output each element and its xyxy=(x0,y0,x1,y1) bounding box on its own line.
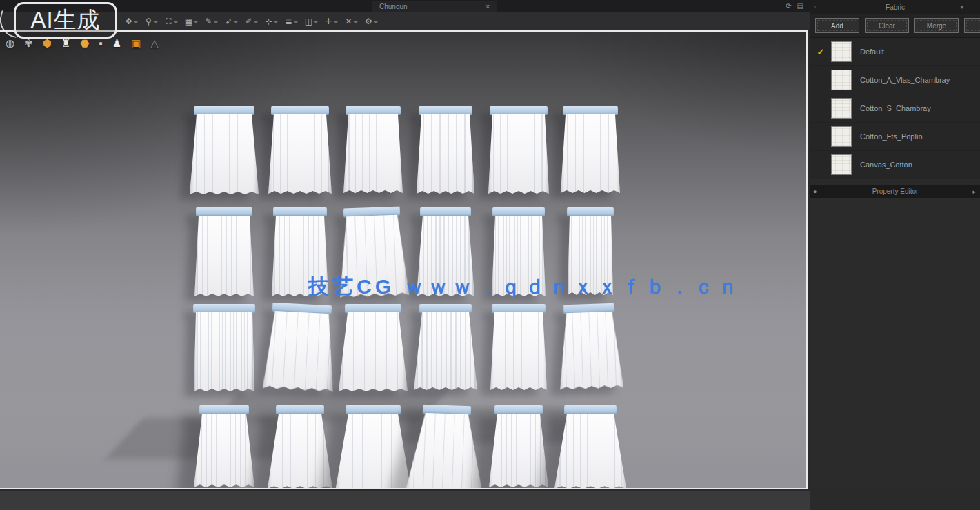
skirt-body xyxy=(559,114,622,193)
skirt-model-r3-c1[interactable] xyxy=(192,304,257,392)
fabric-swatch[interactable] xyxy=(831,70,852,90)
fold-tool-icon[interactable]: ◫ xyxy=(303,16,314,28)
document-tab[interactable]: Chunqun × xyxy=(372,1,497,12)
skirt-body xyxy=(337,312,410,391)
fabric-row[interactable]: Cotton_A_Vlas_Chambray xyxy=(810,66,980,94)
skirt-model-r1-c3[interactable] xyxy=(341,106,405,194)
settings-tool-icon[interactable]: ⚙ xyxy=(363,16,374,28)
skirt-waistband xyxy=(346,405,401,414)
avatar-icon[interactable]: ◍ xyxy=(6,37,14,50)
cut-tool-icon[interactable]: ✕ xyxy=(343,16,354,28)
skirt-body xyxy=(266,414,334,489)
pin-tool-icon[interactable]: ⚲ xyxy=(143,16,154,28)
skirt-model-r4-c2[interactable] xyxy=(266,405,334,489)
skirt-model-r3-c3[interactable] xyxy=(337,304,410,392)
skirt-model-r4-c3[interactable] xyxy=(333,405,413,489)
skirt-model-r4-c5[interactable] xyxy=(487,405,550,488)
fabric-row[interactable]: ✓Default xyxy=(810,38,980,66)
transform-tool-icon[interactable]: ✛ xyxy=(323,16,334,28)
skirt-model-r2-c1[interactable] xyxy=(192,207,256,297)
fabric-gold-icon[interactable]: ⬣ xyxy=(80,37,89,50)
skirt-body xyxy=(192,414,257,487)
fabric-swatch[interactable] xyxy=(831,98,852,119)
sync-icon[interactable]: ⟳ xyxy=(786,2,791,10)
skirt-waistband xyxy=(419,106,472,115)
skirt-body xyxy=(192,216,256,296)
property-editor-body xyxy=(810,198,980,487)
skirt-waistband xyxy=(196,207,252,216)
fabric-swatch[interactable] xyxy=(831,126,852,147)
skirt-body xyxy=(414,114,477,194)
preset-gold-icon[interactable]: ▣ xyxy=(131,37,141,50)
skirt-waistband xyxy=(345,304,401,313)
section-dot-icon: ● xyxy=(813,188,817,195)
section-expand-icon[interactable]: ▸ xyxy=(972,188,976,195)
watermark-text: 技艺CG ｗｗｗ．ｑｄｎｘｘｆｂ．ｃｎ xyxy=(308,273,741,301)
skirt-body xyxy=(341,114,405,193)
viewport-3d[interactable]: ◍✾⬢♜⬣▪♟▣△ 技艺CG ｗｗｗ．ｑｄｎｘｘｆｂ．ｃｎ xyxy=(0,30,808,489)
sub-button[interactable]: Sub xyxy=(964,18,980,33)
seam-lines-tool-icon[interactable]: ≣ xyxy=(283,16,294,28)
fabric-row[interactable]: Cotton_S_Chambray xyxy=(810,94,980,123)
fabric-list: ✓DefaultCotton_A_Vlas_ChambrayCotton_S_C… xyxy=(810,37,980,179)
trace-tool-icon[interactable]: ✐ xyxy=(243,16,254,28)
add-point-tool-icon[interactable]: ⊹ xyxy=(263,16,274,28)
skirt-body xyxy=(488,312,549,390)
load-icon[interactable]: △ xyxy=(150,37,159,50)
skirt-model-r3-c6[interactable] xyxy=(555,303,626,390)
ai-generated-badge: AI生成 xyxy=(14,2,117,39)
skirt-body xyxy=(412,312,479,390)
pattern-grid-tool-icon[interactable]: ▦ xyxy=(183,16,194,28)
fabric-name: Cotton_S_Chambray xyxy=(860,104,931,112)
fabric-panel-buttons: AddClearMergeSub xyxy=(810,14,980,37)
tab-close-icon[interactable]: × xyxy=(486,3,490,10)
skirt-body xyxy=(192,312,257,391)
panel-menu-icon[interactable]: ▾ xyxy=(960,3,963,10)
skirt-waistband xyxy=(346,106,401,115)
fabric-panel: ◦ Fabric ▾ AddClearMergeSub ✓DefaultCott… xyxy=(810,0,980,510)
sewing-tool-icon[interactable]: ➶ xyxy=(223,16,234,28)
skirt-waistband xyxy=(419,304,472,313)
figure-icon[interactable]: ♟ xyxy=(112,37,121,50)
fabric-row[interactable]: Canvas_Cotton xyxy=(810,151,980,179)
mannequin-icon[interactable]: ♜ xyxy=(61,37,70,50)
skirt-body xyxy=(188,114,261,194)
skirt-waistband xyxy=(194,106,254,115)
skirt-model-r1-c1[interactable] xyxy=(188,106,261,195)
fabric-panel-title: Fabric xyxy=(810,3,980,11)
skirt-waistband xyxy=(420,207,471,216)
select-tool-icon[interactable]: ✥ xyxy=(123,16,134,28)
skirt-model-r1-c4[interactable] xyxy=(414,106,477,194)
skirt-model-r4-c1[interactable] xyxy=(192,405,257,488)
skirt-body xyxy=(403,412,488,489)
merge-button[interactable]: Merge xyxy=(914,18,959,33)
skirt-model-r4-c4[interactable] xyxy=(403,404,488,489)
add-button[interactable]: Add xyxy=(815,18,859,33)
skirt-model-r1-c2[interactable] xyxy=(266,106,334,194)
titlebar-right-icons: ⟳▤ xyxy=(786,2,803,10)
skirt-model-r1-c5[interactable] xyxy=(486,106,551,194)
skirt-waistband xyxy=(271,106,329,115)
fabric-swatch[interactable] xyxy=(831,154,852,175)
pose-gold-icon[interactable]: ⬢ xyxy=(43,37,52,50)
marquee-tool-icon[interactable]: ⛶ xyxy=(163,16,174,28)
pen-tool-icon[interactable]: ✎ xyxy=(203,16,214,28)
skirt-model-r3-c2[interactable] xyxy=(261,302,339,392)
pin-small-icon[interactable]: ▪ xyxy=(99,37,102,50)
hair-icon[interactable]: ✾ xyxy=(24,37,33,50)
property-editor-section[interactable]: ● Property Editor ▸ xyxy=(810,185,980,198)
fabric-panel-header[interactable]: ◦ Fabric ▾ xyxy=(810,0,980,14)
fabric-name: Default xyxy=(860,48,884,56)
avatar-toolbar: ◍✾⬢♜⬣▪♟▣△ xyxy=(6,37,159,50)
skirt-waistband xyxy=(564,405,617,414)
layout-icon[interactable]: ▤ xyxy=(797,2,803,10)
skirt-model-r4-c6[interactable] xyxy=(552,405,628,489)
fabric-row[interactable]: Cotton_Fts_Poplin xyxy=(810,123,980,151)
skirt-model-r3-c5[interactable] xyxy=(488,304,549,391)
skirt-model-r3-c4[interactable] xyxy=(412,304,479,391)
skirt-waistband xyxy=(199,405,249,414)
fabric-swatch[interactable] xyxy=(831,41,852,62)
skirt-waistband xyxy=(490,106,548,115)
skirt-model-r1-c6[interactable] xyxy=(559,106,622,194)
clear-button[interactable]: Clear xyxy=(865,18,909,33)
